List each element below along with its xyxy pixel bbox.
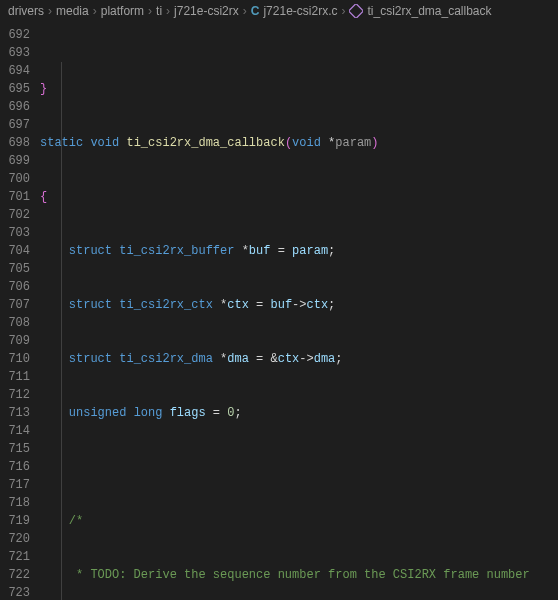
line-number: 711 (0, 368, 30, 386)
code-content[interactable]: } static void ti_csi2rx_dma_callback(voi… (40, 22, 558, 600)
line-number: 697 (0, 116, 30, 134)
code-line[interactable]: unsigned long flags = 0; (40, 404, 558, 422)
line-number: 698 (0, 134, 30, 152)
code-line[interactable]: static void ti_csi2rx_dma_callback(void … (40, 134, 558, 152)
breadcrumb-symbol[interactable]: ti_csi2rx_dma_callback (367, 4, 491, 18)
breadcrumb-seg[interactable]: media (56, 4, 89, 18)
line-number: 699 (0, 152, 30, 170)
line-number: 708 (0, 314, 30, 332)
chevron-right-icon: › (148, 4, 152, 18)
line-number: 716 (0, 458, 30, 476)
line-number: 714 (0, 422, 30, 440)
line-number: 721 (0, 548, 30, 566)
line-number-gutter: 692 693 694 695 696 697 698 699 700 701 … (0, 22, 40, 600)
code-line[interactable]: struct ti_csi2rx_buffer *buf = param; (40, 242, 558, 260)
line-number: 694 (0, 62, 30, 80)
c-file-icon: C (251, 4, 260, 18)
line-number: 720 (0, 530, 30, 548)
chevron-right-icon: › (166, 4, 170, 18)
code-line[interactable] (40, 458, 558, 476)
chevron-right-icon: › (243, 4, 247, 18)
code-line[interactable]: } (40, 80, 558, 98)
svg-rect-0 (349, 4, 363, 18)
line-number: 718 (0, 494, 30, 512)
line-number: 710 (0, 350, 30, 368)
line-number: 713 (0, 404, 30, 422)
breadcrumb-seg[interactable]: platform (101, 4, 144, 18)
line-number: 693 (0, 44, 30, 62)
breadcrumb-seg[interactable]: drivers (8, 4, 44, 18)
breadcrumb-file[interactable]: j721e-csi2rx.c (263, 4, 337, 18)
method-icon (349, 4, 363, 18)
editor-area[interactable]: 692 693 694 695 696 697 698 699 700 701 … (0, 22, 558, 600)
breadcrumb[interactable]: drivers › media › platform › ti › j721e-… (0, 0, 558, 22)
chevron-right-icon: › (93, 4, 97, 18)
line-number: 695 (0, 80, 30, 98)
line-number: 706 (0, 278, 30, 296)
line-number: 705 (0, 260, 30, 278)
line-number: 702 (0, 206, 30, 224)
line-number: 700 (0, 170, 30, 188)
line-number: 696 (0, 98, 30, 116)
breadcrumb-seg[interactable]: ti (156, 4, 162, 18)
chevron-right-icon: › (341, 4, 345, 18)
line-number: 719 (0, 512, 30, 530)
code-line[interactable]: * TODO: Derive the sequence number from … (40, 566, 558, 584)
line-number: 692 (0, 26, 30, 44)
chevron-right-icon: › (48, 4, 52, 18)
line-number: 723 (0, 584, 30, 600)
code-line[interactable]: struct ti_csi2rx_ctx *ctx = buf->ctx; (40, 296, 558, 314)
line-number: 704 (0, 242, 30, 260)
line-number: 703 (0, 224, 30, 242)
line-number: 712 (0, 386, 30, 404)
line-number: 701 (0, 188, 30, 206)
line-number: 707 (0, 296, 30, 314)
code-line[interactable]: struct ti_csi2rx_dma *dma = &ctx->dma; (40, 350, 558, 368)
line-number: 722 (0, 566, 30, 584)
code-line[interactable]: /* (40, 512, 558, 530)
code-line[interactable]: { (40, 188, 558, 206)
line-number: 709 (0, 332, 30, 350)
line-number: 715 (0, 440, 30, 458)
line-number: 717 (0, 476, 30, 494)
breadcrumb-seg[interactable]: j721e-csi2rx (174, 4, 239, 18)
